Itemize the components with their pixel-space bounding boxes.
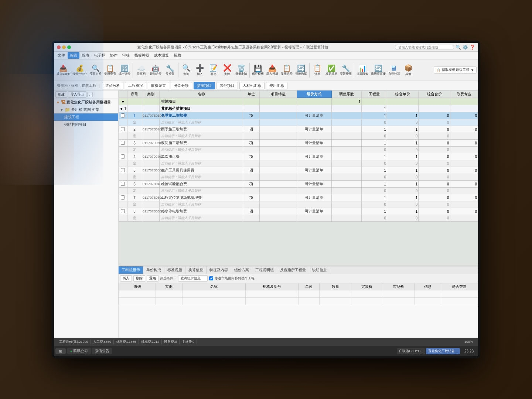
menu-help[interactable]: 帮助 [171, 52, 183, 59]
toolbar-efficiency[interactable]: 📊 提高降效 [355, 64, 369, 76]
bottom-table: 编码 实例 名称 规格及型号 单位 数量 定额价 市场价 信息 [119, 283, 478, 305]
toolbar-save-template[interactable]: 💾 保存模板 [251, 64, 265, 76]
breadcrumb: 费用框 · 标准 · 建筑工程 [55, 83, 98, 88]
tab-fee-summary[interactable]: 费用汇总 [266, 82, 287, 89]
settings-icon[interactable]: ⚙️ [463, 45, 468, 50]
toolbar-smart-price[interactable]: 🤖 智能组价 [149, 64, 163, 76]
sidebar-project-root[interactable]: ▼ 🏗 宣化焦化厂胶结备用楼项目 [54, 99, 118, 106]
toolbar-reuse-price[interactable]: 📋 复用组价 [280, 64, 294, 76]
menu-etender[interactable]: 电子标 [92, 52, 108, 59]
toolbar-replace-data[interactable]: 🔄 替换数据 [294, 64, 308, 76]
sidebar-group-backup[interactable]: ▼ 📁 备用楼-套图 柜架 [54, 106, 118, 113]
new-button[interactable]: 新建 [55, 91, 67, 98]
bottom-tab-trace[interactable]: 反查跑所工程量 [277, 266, 309, 274]
table-row[interactable]: ▼ 措施项目 1 [119, 98, 478, 105]
close-btn[interactable] [57, 45, 61, 49]
import-export-button[interactable]: 导入导出 [68, 91, 86, 98]
bottom-tab-conversion[interactable]: 换算信息 [185, 266, 207, 274]
toolbar-insert[interactable]: ➕ 插入 [193, 63, 207, 77]
sidebar-item-steel[interactable]: 钢结构附项目 [54, 121, 118, 128]
bottom-tab-plan[interactable]: 组价方案 [231, 266, 252, 274]
tab-cost-analysis[interactable]: 造价分析 [102, 82, 123, 89]
toolbar-direct-query[interactable]: 🔄 依所查直接 [370, 64, 387, 76]
table-row[interactable]: ▼ 1 其他总价措施项目 1 [119, 105, 478, 112]
bottom-tab-notes[interactable]: 工程说明组 [252, 266, 277, 274]
help-icon[interactable]: ❓ [470, 45, 475, 50]
sidebar: 新建 导入导出 ↓ ▼ 🏗 宣化焦化厂胶结备用楼项目 ▼ 📁 备用楼-套图 柜架 [54, 91, 119, 338]
maximize-btn[interactable] [67, 45, 71, 49]
table-row[interactable]: 定 自动提示：请输入子目简称 0 0 0 [119, 215, 478, 222]
table-row[interactable]: 8 011707B06001 停水停电增加费 项 可计量清单 1 1 0 [119, 208, 478, 215]
toolbar-other[interactable]: 📦 其他 [402, 63, 415, 77]
bottom-delete-btn[interactable]: 删除 [133, 275, 145, 282]
search-icon[interactable]: 🔍 [456, 45, 461, 50]
table-row[interactable]: 6 011707B04001 检验试验配合费 项 可计量清单 1 1 0 [119, 181, 478, 188]
start-button[interactable]: ⊞ [55, 348, 66, 354]
toolbar-load-template[interactable]: 📥 载入模板 [265, 64, 279, 76]
menu-edit[interactable]: 编辑 [68, 52, 79, 59]
menu-audit[interactable]: 审核 [120, 52, 132, 59]
taskbar-app-wechat[interactable]: 微信公告 [92, 348, 112, 354]
tab-project-overview[interactable]: 工程概况 [125, 82, 146, 89]
menu-collab[interactable]: 协作 [108, 52, 120, 59]
taskbar: ⊞ ●腾讯公司 微信公告 广联达GLDYC... 宣化焦化厂胶结备... 23:… [54, 346, 478, 356]
bottom-tab-price-composition[interactable]: 单价构成 [143, 266, 164, 274]
toolbar-batch-delete[interactable]: 🗑️ 批量删除 [234, 64, 248, 76]
toolbar-query[interactable]: 🔍 查询 [180, 63, 193, 77]
toolbar-confirm-list[interactable]: ✅ 核定清单 [324, 64, 338, 76]
taskbar-app-gdlianida[interactable]: 广联达GLDYC... [397, 348, 426, 354]
table-row[interactable]: 定 自动提示：请输入子目简称 0 0 0 [119, 119, 478, 126]
tab-resources[interactable]: 人材机汇总 [239, 82, 265, 89]
bottom-tab-standard[interactable]: 标准说题 [164, 266, 185, 274]
toolbar-cloud-archive[interactable]: ☁️ 云存档 [134, 64, 148, 76]
menu-report[interactable]: 报表 [80, 52, 92, 59]
search-input[interactable] [395, 45, 454, 50]
toolbar-project-check[interactable]: 🔍 项目自检 [89, 64, 103, 76]
toolbar-checklist[interactable]: 📋 清单 [311, 63, 324, 77]
table-row[interactable]: 1 011707B01001 冬季施工增加费 项 可计量清单 1 1 0 [119, 112, 478, 119]
bottom-tab-features[interactable]: 特征及内容 [207, 266, 231, 274]
table-row[interactable]: 3 011707002001 夜间施工增加费 项 可计量清单 1 1 0 [119, 140, 478, 147]
status-main-material: 主材费:0 [180, 340, 197, 344]
menu-file[interactable]: 文件 [55, 52, 67, 59]
table-row[interactable]: 定 自动提示：请输入子目简称 0 0 0 [119, 201, 478, 208]
table-row[interactable]: 定 自动提示：请输入子目简称 0 0 0 [119, 147, 478, 153]
table-row[interactable]: 5 011707B03001 生产工具用具使用费 项 可计量清单 1 1 [119, 167, 478, 174]
toolbar-price-integration[interactable]: 💰 报价一体化 [71, 64, 88, 76]
toolbar-auto-calc[interactable]: 🖩 自动计算 [387, 64, 401, 76]
table-row[interactable]: 7 011707B05001 工程定位复测场地清理费 项 可计量清单 1 1 [119, 194, 478, 201]
toolbar-template-suggestion[interactable]: 📋 撷取模板 建议工程 ▼ [434, 66, 477, 74]
toolbar-cloud-check[interactable]: 🔧 云检查 [163, 64, 177, 76]
table-row[interactable]: 定 自动提示：请输入子目简称 0 0 0 [119, 160, 478, 167]
tab-measures[interactable]: 措施项目 [194, 82, 215, 89]
toolbar-unified-adjust[interactable]: 🔢 统一调价 [117, 64, 132, 76]
sync-checkbox[interactable] [209, 276, 213, 280]
table-row[interactable]: 定 自动提示：请输入子目简称 0 0 0 [119, 174, 478, 181]
table-row[interactable]: 定 自动提示：请输入子目简称 0 0 0 [119, 188, 478, 194]
toolbar-delete[interactable]: ❌ 删除 [221, 63, 234, 77]
bottom-table-row [119, 298, 478, 305]
toolbar-install-fee[interactable]: 🔧 安装费用 [339, 64, 353, 76]
table-row[interactable]: 2 011707B02001 雨季施工增加费 项 可计量清单 1 1 0 [119, 126, 478, 133]
bottom-top-btn[interactable]: 置顶 [147, 275, 158, 282]
toolbar-import-excel[interactable]: 📥 导入Excel [55, 64, 71, 76]
tab-fee-setup[interactable]: 取费设置 [148, 82, 169, 89]
bottom-table-row [119, 290, 478, 298]
table-row[interactable]: 4 011707004001 二次搬运费 项 可计量清单 1 1 0 [119, 153, 478, 160]
sidebar-item-building[interactable]: 建筑工程 [54, 113, 118, 121]
taskbar-app-qq[interactable]: ●腾讯公司 [67, 348, 91, 354]
tab-other-items[interactable]: 其他项目 [216, 82, 238, 89]
minimize-btn[interactable] [62, 45, 66, 49]
bottom-tab-info[interactable]: 说明信息 [309, 266, 330, 274]
bottom-tab-resources[interactable]: 工料机显示 [119, 266, 143, 274]
taskbar-app-budget[interactable]: 宣化焦化厂胶结备... [426, 348, 460, 354]
toolbar-supplement[interactable]: 📝 补充 [207, 63, 220, 77]
toolbar-view[interactable]: 📋 集用查看 [103, 64, 117, 76]
bottom-insert-btn[interactable]: 插入 [120, 275, 132, 282]
dropdown-arrow[interactable]: ↓ [87, 92, 93, 97]
filter-input[interactable]: 查询组价信息 [178, 275, 208, 282]
tab-items[interactable]: 分部分项 [171, 82, 192, 89]
table-row[interactable]: 定 自动提示：请输入子目简称 0 0 0 [119, 133, 478, 140]
menu-indicator[interactable]: 指标神器 [132, 52, 151, 59]
menu-cost[interactable]: 成本测算 [152, 52, 171, 59]
